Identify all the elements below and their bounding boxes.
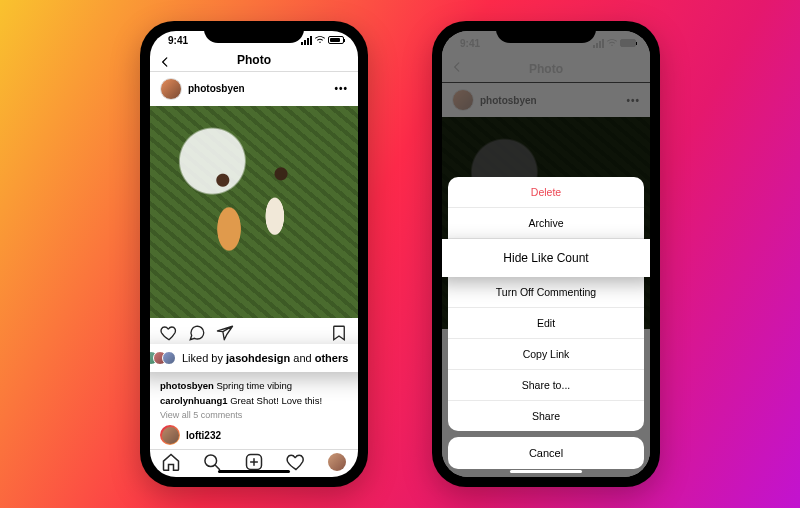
sheet-copy-link[interactable]: Copy Link: [448, 339, 644, 370]
phone-mockup-right: 9:41 Photo photosbyen ••• Delete Archive…: [432, 21, 660, 487]
home-indicator: [510, 470, 582, 473]
status-time: 9:41: [168, 35, 188, 46]
action-sheet: Delete Archive Hide Like Count Turn Off …: [442, 177, 650, 477]
story-row[interactable]: lofti232: [150, 421, 358, 449]
post-caption: photosbyen Spring time vibing: [150, 378, 358, 393]
sheet-edit[interactable]: Edit: [448, 308, 644, 339]
bookmark-icon[interactable]: [330, 324, 348, 342]
nav-bar: Photo: [150, 50, 358, 72]
liked-by-popover: Liked by jasohdesign and others: [150, 344, 358, 372]
signal-icon: [301, 36, 312, 45]
post-header: photosbyen •••: [150, 72, 358, 106]
post-comment: carolynhuang1 Great Shot! Love this!: [150, 393, 358, 408]
more-icon[interactable]: •••: [334, 83, 348, 94]
profile-icon[interactable]: [327, 452, 347, 472]
story-username: lofti232: [186, 430, 221, 441]
avatar[interactable]: [160, 78, 182, 100]
sheet-cancel[interactable]: Cancel: [448, 437, 644, 469]
battery-icon: [328, 36, 344, 44]
sheet-archive[interactable]: Archive: [448, 208, 644, 239]
post-username[interactable]: photosbyen: [188, 83, 328, 94]
sheet-delete[interactable]: Delete: [448, 177, 644, 208]
view-all-comments[interactable]: View all 5 comments: [150, 408, 358, 421]
home-indicator: [218, 470, 290, 473]
heart-icon[interactable]: [160, 324, 178, 342]
comment-icon[interactable]: [188, 324, 206, 342]
post-actions: [150, 318, 358, 344]
home-icon[interactable]: [161, 452, 181, 472]
post-photo[interactable]: [150, 106, 358, 318]
activity-icon[interactable]: [286, 452, 306, 472]
liker-avatars: [150, 351, 176, 365]
add-post-icon[interactable]: [244, 452, 264, 472]
search-icon[interactable]: [202, 452, 222, 472]
sheet-turn-off-commenting[interactable]: Turn Off Commenting: [448, 277, 644, 308]
phone-notch: [496, 21, 596, 43]
nav-title: Photo: [237, 53, 271, 67]
sheet-hide-like-count[interactable]: Hide Like Count: [442, 239, 650, 277]
phone-mockup-left: 9:41 Photo photosbyen •••: [140, 21, 368, 487]
sheet-share-to[interactable]: Share to...: [448, 370, 644, 401]
share-icon[interactable]: [216, 324, 234, 342]
sheet-share[interactable]: Share: [448, 401, 644, 431]
phone-notch: [204, 21, 304, 43]
wifi-icon: [315, 36, 325, 44]
liked-by-text: Liked by jasohdesign and others: [182, 352, 348, 364]
back-icon[interactable]: [158, 55, 172, 69]
story-avatar[interactable]: [160, 425, 180, 445]
